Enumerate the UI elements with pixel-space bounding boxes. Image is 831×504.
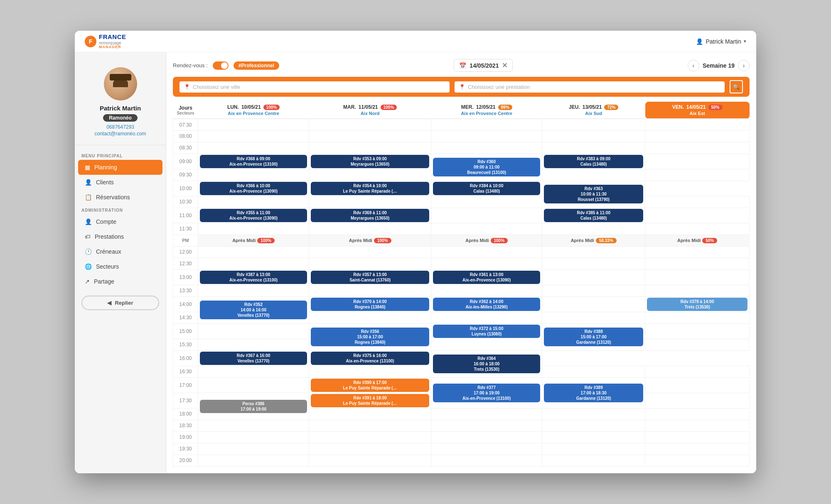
reservations-icon: 📋 <box>85 194 92 201</box>
sidebar-item-planning[interactable]: ▦ Planning <box>78 160 162 175</box>
appointment-block[interactable]: Rdv #375 à 16:00 Aix-en-Provence (13100) <box>311 352 429 365</box>
day-cell <box>431 246 542 258</box>
day-cell: Après Midi58.33% <box>542 235 645 246</box>
rdv-toggle[interactable] <box>213 61 229 70</box>
day-cell <box>198 420 309 431</box>
partage-icon: ↗ <box>85 278 90 285</box>
creneaux-icon: 🕐 <box>85 248 92 255</box>
appointment-block[interactable]: Rdv #389 17:00 à 18:30 Gardanne (13120) <box>544 384 643 402</box>
user-area[interactable]: 👤 Patrick Martin ▾ <box>696 38 746 45</box>
avatar-face <box>104 67 137 100</box>
day-cell[interactable]: Perso #386 17:00 à 19:00 <box>198 393 309 420</box>
day-header-mer: MER. 12/05/21 89% Aix en Provence Centre <box>431 102 542 119</box>
day-cell[interactable]: Rdv #375 à 16:00 Aix-en-Provence (13100) <box>309 350 431 366</box>
appointment-block[interactable]: Rdv #383 à 09:00 Calas (13480) <box>544 155 643 168</box>
day-cell[interactable]: Rdv #354 à 10:00 Le Puy Sainte Réparade … <box>309 181 431 196</box>
day-cell[interactable]: Rdv #387 à 13:00 Aix-en-Provence (13100) <box>198 269 309 285</box>
day-cell[interactable]: Rdv #370 à 14:00 Rognes (13840) <box>309 296 431 312</box>
day-cell <box>309 408 431 420</box>
day-cell[interactable]: Rdv #352 14:00 à 16:00 Venelles (13770) <box>198 296 309 323</box>
day-cell[interactable]: Rdv #383 à 09:00 Calas (13480) <box>542 154 645 169</box>
appointment-block[interactable]: Rdv #378 à 14:00 Trets (13530) <box>647 298 747 311</box>
date-input-box[interactable]: 📅 14/05/2021 ✕ <box>454 59 513 72</box>
day-cell[interactable]: Rdv #353 à 09:00 Meyrargues (13650) <box>309 154 431 169</box>
sidebar-item-reservations[interactable]: 📋 Réservations <box>78 190 162 205</box>
day-cell[interactable]: Rdv #372 à 15:00 Luynes (13080) <box>431 323 542 339</box>
appointment-block[interactable]: Rdv #357 à 13:00 Saint-Cannat (13760) <box>311 271 429 284</box>
sidebar-item-secteurs[interactable]: 🌐 Secteurs <box>78 259 162 274</box>
day-cell[interactable]: Rdv #364 16:00 à 18:00 Trets (13530) <box>431 350 542 377</box>
appointment-block[interactable]: Rdv #364 16:00 à 18:00 Trets (13530) <box>433 355 540 373</box>
day-cell[interactable]: Rdv #377 17:00 à 19:00 Aix-en-Provence (… <box>431 377 542 408</box>
day-cell[interactable]: Rdv #388 15:00 à 17:00 Gardanne (13120) <box>542 323 645 350</box>
appointment-block[interactable]: Rdv #353 à 09:00 Meyrargues (13650) <box>311 155 429 168</box>
date-clear-button[interactable]: ✕ <box>502 61 507 69</box>
day-header-mar: MAR. 11/05/21 100% Aix Nord <box>309 102 431 119</box>
day-cell[interactable]: Rdv #355 à 11:00 Aix-en-Provence (13090) <box>198 208 309 223</box>
appointment-block[interactable]: Rdv #368 à 09:00 Aix-en-Provence (13100) <box>200 155 307 168</box>
appointment-block[interactable]: Perso #386 17:00 à 19:00 <box>200 400 307 413</box>
time-cell: 09:30 <box>173 169 198 181</box>
appointment-block[interactable]: Rdv #356 15:00 à 17:00 Rognes (13840) <box>311 328 429 346</box>
prev-week-button[interactable]: ‹ <box>688 60 699 71</box>
day-cell <box>645 169 750 181</box>
sidebar-item-prestations[interactable]: 🏷 Prestations <box>78 229 162 244</box>
appointment-block[interactable]: Rdv #385 à 11:00 Calas (13480) <box>544 209 643 222</box>
appointment-block[interactable]: Rdv #354 à 10:00 Le Puy Sainte Réparade … <box>311 182 429 195</box>
appointment-block[interactable]: Rdv #390 à 17:00 Le Puy Sainte Réparade … <box>311 379 429 392</box>
day-cell[interactable]: Rdv #366 à 10:00 Aix-en-Provence (13090) <box>198 181 309 196</box>
next-week-button[interactable]: › <box>738 60 750 71</box>
appointment-block[interactable]: Rdv #384 à 10:00 Calas (13480) <box>433 182 540 195</box>
appointment-block[interactable]: Rdv #377 17:00 à 19:00 Aix-en-Provence (… <box>433 384 540 402</box>
appointment-block[interactable]: Rdv #367 à 16:00 Venelles (13770) <box>200 352 307 365</box>
day-cell <box>431 339 542 350</box>
appointment-block[interactable]: Rdv #362 à 14:00 Aix-les-Milles (13290) <box>433 298 540 311</box>
day-cell[interactable]: Rdv #384 à 10:00 Calas (13480) <box>431 181 542 196</box>
professionnel-badge[interactable]: #Professionnel <box>234 61 279 70</box>
day-cell[interactable]: Rdv #378 à 14:00 Trets (13530) <box>645 296 750 312</box>
time-cell: 08:00 <box>173 130 198 142</box>
day-cell[interactable]: Rdv #389 17:00 à 18:30 Gardanne (13120) <box>542 377 645 408</box>
day-cell <box>309 196 431 208</box>
day-cell[interactable]: Rdv #368 à 09:00 Aix-en-Provence (13100) <box>198 154 309 169</box>
sidebar-item-compte[interactable]: 👤 Compte <box>78 214 162 229</box>
appointment-block[interactable]: Rdv #370 à 14:00 Rognes (13840) <box>311 298 429 311</box>
toolbar-center: 📅 14/05/2021 ✕ <box>454 59 513 72</box>
appointment-block[interactable]: Rdv #388 15:00 à 17:00 Gardanne (13120) <box>544 328 643 346</box>
appointment-block[interactable]: Rdv #352 14:00 à 16:00 Venelles (13770) <box>200 301 307 319</box>
prestation-select[interactable]: 📍 Choisissez une prestation <box>455 81 725 93</box>
appointment-block[interactable]: Rdv #387 à 13:00 Aix-en-Provence (13100) <box>200 271 307 284</box>
appointment-block[interactable]: Rdv #366 à 10:00 Aix-en-Provence (13090) <box>200 182 307 195</box>
sidebar-item-partage[interactable]: ↗ Partage <box>78 274 162 289</box>
day-cell[interactable]: Rdv #357 à 13:00 Saint-Cannat (13760) <box>309 269 431 285</box>
appointment-block[interactable]: Rdv #372 à 15:00 Luynes (13080) <box>433 325 540 338</box>
city-placeholder: Choisissez une ville <box>193 84 240 90</box>
time-cell: 16:00 <box>173 350 198 366</box>
day-cell[interactable]: Rdv #361 à 13:00 Aix-en-Provence (13090) <box>431 269 542 285</box>
appointment-block[interactable]: Rdv #360 09:00 à 11:00 Beaurecueil (1310… <box>433 158 540 176</box>
day-cell[interactable]: Rdv #360 09:00 à 11:00 Beaurecueil (1310… <box>431 154 542 181</box>
day-cell <box>431 119 542 130</box>
sidebar-item-clients[interactable]: 👤 Clients <box>78 175 162 190</box>
search-button[interactable]: 🔍 <box>730 80 743 93</box>
appointment-block[interactable]: Rdv #361 à 13:00 Aix-en-Provence (13090) <box>433 271 540 284</box>
appointment-block[interactable]: Rdv #391 à 18:00 Le Puy Sainte Réparade … <box>311 394 429 407</box>
profile-phone[interactable]: 0687647293 <box>106 124 134 130</box>
appointment-block[interactable]: Rdv #369 à 11:00 Meyrargues (13650) <box>311 209 429 222</box>
appointment-block[interactable]: Rdv #363 10:00 à 11:30 Rousset (13790) <box>544 185 643 203</box>
day-cell[interactable]: Rdv #363 10:00 à 11:30 Rousset (13790) <box>542 181 645 208</box>
profile-email[interactable]: contact@ramonéo.com <box>94 131 146 137</box>
day-cell[interactable]: Rdv #362 à 14:00 Aix-les-Milles (13290) <box>431 296 542 312</box>
replier-button[interactable]: ◀ Replier <box>81 296 159 310</box>
sidebar-item-creneaux[interactable]: 🕐 Créneaux <box>78 244 162 259</box>
day-cell[interactable]: Rdv #385 à 11:00 Calas (13480) <box>542 208 645 223</box>
day-cell[interactable]: Rdv #390 à 17:00 Le Puy Sainte Réparade … <box>309 377 431 393</box>
appointment-block[interactable]: Rdv #355 à 11:00 Aix-en-Provence (13090) <box>200 209 307 222</box>
city-select[interactable]: 📍 Choisissez une ville <box>179 81 450 93</box>
time-cell: 10:30 <box>173 196 198 208</box>
day-cell[interactable]: Rdv #391 à 18:00 Le Puy Sainte Réparade … <box>309 393 431 408</box>
day-cell[interactable]: Rdv #369 à 11:00 Meyrargues (13650) <box>309 208 431 223</box>
time-cell: 13:30 <box>173 285 198 296</box>
day-cell[interactable]: Rdv #367 à 16:00 Venelles (13770) <box>198 350 309 366</box>
day-cell[interactable]: Rdv #356 15:00 à 17:00 Rognes (13840) <box>309 323 431 350</box>
